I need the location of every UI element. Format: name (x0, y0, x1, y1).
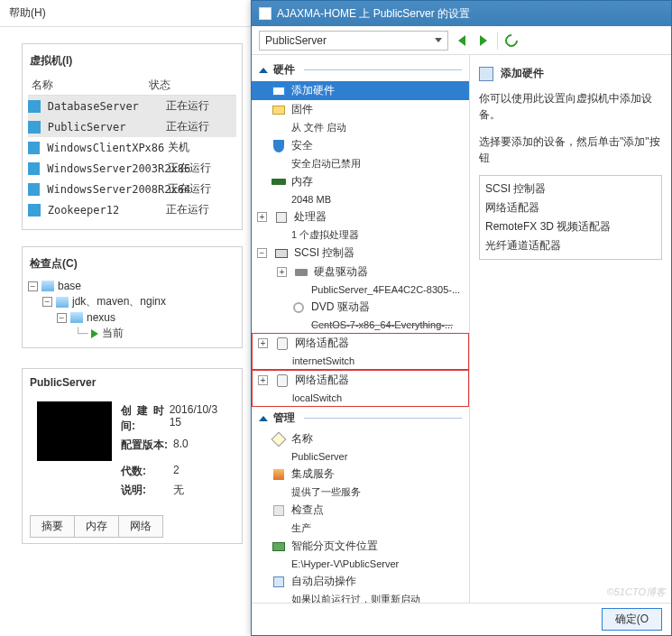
checkpoint-icon (272, 504, 286, 517)
collapse-icon (259, 68, 268, 73)
expand-icon[interactable]: − (257, 248, 267, 258)
expand-icon[interactable]: + (258, 375, 268, 385)
vm-grid-body: DatabaseServer正在运行 PublicServer正在运行 Wind… (28, 96, 236, 220)
vm-detail-panel: PublicServer 创建时间:2016/10/3 15 配置版本:8.0 … (22, 368, 243, 544)
dialog-toolbar: PublicServer (252, 26, 671, 55)
section-management[interactable]: 管理 (252, 407, 469, 429)
node-nic2-sub: localSwitch (253, 390, 468, 406)
tab-summary[interactable]: 摘要 (30, 515, 75, 538)
app-icon (259, 7, 272, 20)
col-name[interactable]: 名称 (28, 78, 145, 93)
node-cpu[interactable]: +处理器 (252, 207, 469, 226)
folder-icon (70, 312, 83, 323)
folder-icon (41, 281, 54, 291)
expand-icon[interactable]: − (42, 297, 52, 307)
menu-help[interactable]: 帮助(H) (0, 0, 252, 27)
vm-row[interactable]: WindowsServer2003R2x86正在运行 (28, 158, 236, 179)
node-cpu-sub: 1 个虚拟处理器 (252, 226, 469, 244)
node-smartpage[interactable]: 智能分页文件位置 (252, 537, 469, 556)
node-autostart-sub: 如果以前运行过，则重新启动 (252, 591, 469, 603)
nav-prev-button[interactable] (454, 32, 470, 49)
vm-row[interactable]: DatabaseServer正在运行 (28, 96, 236, 116)
node-dvd-sub: CentOS-7-x86_64-Everything-... (252, 317, 469, 333)
vm-list-panel: 虚拟机(I) 名称 状态 DatabaseServer正在运行 PublicSe… (22, 43, 243, 230)
current-icon (91, 329, 98, 338)
node-nic1[interactable]: +网络适配器 (253, 334, 468, 353)
dvd-icon (291, 301, 306, 314)
hdd-icon (294, 266, 308, 279)
refresh-button[interactable] (503, 32, 520, 49)
col-state[interactable]: 状态 (149, 78, 221, 93)
node-integration-sub: 提供了一些服务 (252, 484, 469, 501)
content-heading: 添加硬件 (479, 62, 671, 88)
node-integration[interactable]: 集成服务 (252, 465, 469, 484)
add-hardware-icon (479, 67, 493, 81)
vm-grid-header: 名称 状态 (28, 76, 236, 96)
dialog-titlebar[interactable]: AJAXMA-HOME 上 PublicServer 的设置 (252, 1, 671, 26)
folder-icon (56, 297, 69, 308)
node-nic1-sub: internetSwitch (253, 353, 468, 369)
node-hdd-sub: PublicServer_4FEA4C2C-8305-... (252, 281, 469, 298)
vm-list-title: 虚拟机(I) (28, 50, 236, 76)
nav-next-button[interactable] (475, 32, 492, 49)
tree-node-nexus[interactable]: − nexus (28, 310, 236, 325)
option-gpu[interactable]: RemoteFX 3D 视频适配器 (485, 217, 656, 236)
memory-icon (272, 176, 286, 189)
expand-icon[interactable]: + (258, 338, 268, 348)
node-name-sub: PublicServer (252, 448, 469, 465)
node-scsi[interactable]: −SCSI 控制器 (252, 244, 469, 263)
arrow-right-icon (480, 35, 487, 46)
detail-title: PublicServer (30, 376, 235, 398)
option-fc[interactable]: 光纤通道适配器 (485, 236, 656, 255)
node-firmware-sub: 从 文件 启动 (252, 119, 469, 136)
node-security[interactable]: 安全 (252, 136, 469, 155)
vm-icon (28, 183, 40, 196)
node-memory[interactable]: 内存 (252, 172, 469, 191)
tree-node-base[interactable]: − base (28, 279, 236, 293)
vm-row[interactable]: WindowsClientXPx86关机 (28, 137, 236, 158)
node-hdd[interactable]: +硬盘驱动器 (252, 263, 469, 281)
vm-icon (28, 121, 41, 134)
collapse-icon (259, 416, 268, 421)
checkpoint-panel: 检查点(C) − base − jdk、maven、nginx − nexus … (22, 246, 243, 348)
expand-icon[interactable]: − (28, 281, 38, 291)
node-add-hardware[interactable]: 添加硬件 (252, 81, 469, 100)
vm-icon (28, 100, 41, 113)
node-memory-sub: 2048 MB (252, 191, 469, 207)
node-checkpoint[interactable]: 检查点 (252, 501, 469, 520)
monitor-icon (272, 85, 286, 97)
vm-row[interactable]: WindowsServer2008R2x64正在运行 (28, 179, 236, 199)
autostart-icon (272, 576, 286, 588)
node-autostart[interactable]: 自动启动操作 (252, 572, 469, 591)
tab-memory[interactable]: 内存 (74, 515, 119, 538)
node-name[interactable]: 名称 (252, 429, 469, 448)
cpu-icon (274, 211, 289, 224)
hardware-options-list[interactable]: SCSI 控制器 网络适配器 RemoteFX 3D 视频适配器 光纤通道适配器 (479, 175, 662, 260)
tree-node-current[interactable]: └─ 当前 (28, 325, 236, 342)
tree-node-jdk[interactable]: − jdk、maven、nginx (28, 293, 236, 310)
highlight-nic2: +网络适配器 localSwitch (252, 370, 469, 407)
vm-row[interactable]: PublicServer正在运行 (28, 116, 236, 137)
expand-icon[interactable]: − (57, 313, 67, 323)
node-dvd[interactable]: DVD 驱动器 (252, 298, 469, 317)
services-icon (272, 468, 286, 481)
vm-row[interactable]: Zookeeper12正在运行 (28, 199, 236, 220)
reload-icon (502, 32, 520, 50)
vm-thumbnail[interactable] (37, 401, 112, 461)
vm-settings-dialog: AJAXMA-HOME 上 PublicServer 的设置 PublicSer… (251, 0, 672, 636)
node-smartpage-sub: E:\Hyper-V\PublicServer (252, 556, 469, 572)
tab-network[interactable]: 网络 (118, 515, 163, 538)
option-nic[interactable]: 网络适配器 (485, 198, 656, 217)
scsi-icon (274, 247, 289, 260)
vm-selector-combo[interactable]: PublicServer (259, 31, 448, 51)
option-scsi[interactable]: SCSI 控制器 (485, 180, 656, 198)
vm-icon (28, 204, 41, 217)
expand-icon[interactable]: + (277, 267, 287, 277)
expand-icon[interactable]: + (257, 212, 267, 222)
node-firmware[interactable]: 固件 (252, 100, 469, 119)
ok-button[interactable]: 确定(O (602, 608, 662, 631)
node-nic2[interactable]: +网络适配器 (253, 371, 468, 390)
vm-icon (28, 162, 40, 175)
section-hardware[interactable]: 硬件 (252, 59, 469, 81)
node-security-sub: 安全启动已禁用 (252, 155, 469, 172)
